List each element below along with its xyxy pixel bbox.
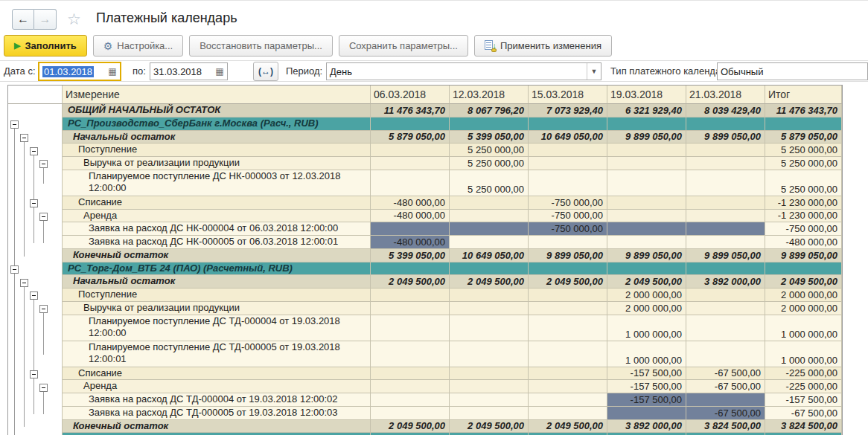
- cell[interactable]: [450, 367, 529, 381]
- cell[interactable]: [686, 157, 765, 170]
- cell[interactable]: [686, 117, 765, 131]
- cell[interactable]: [450, 380, 529, 393]
- cell[interactable]: [450, 302, 529, 315]
- tree-expander-minus[interactable]: [39, 305, 48, 313]
- calendar-type-select[interactable]: Обычный: [717, 62, 868, 80]
- cell[interactable]: -225 000,00: [765, 380, 842, 393]
- cell[interactable]: 1 000 000,00: [607, 341, 686, 367]
- cell[interactable]: 1 000 000,00: [765, 341, 842, 367]
- cell[interactable]: [607, 196, 686, 210]
- cell[interactable]: [607, 157, 686, 170]
- cell[interactable]: [529, 407, 607, 420]
- column-header-date[interactable]: 12.03.2018: [450, 86, 529, 104]
- cell[interactable]: [529, 302, 607, 315]
- cell[interactable]: [686, 341, 765, 367]
- cell[interactable]: [371, 222, 450, 236]
- cell[interactable]: [529, 144, 607, 157]
- cell[interactable]: -750 000,00: [765, 222, 842, 236]
- calendar-icon[interactable]: ▦: [212, 66, 227, 77]
- cell[interactable]: 3 824 500,00: [765, 420, 842, 434]
- row-label[interactable]: Аренда: [63, 210, 371, 223]
- cell[interactable]: [686, 210, 765, 223]
- cell[interactable]: [371, 367, 450, 381]
- cell[interactable]: [529, 380, 607, 393]
- row-label[interactable]: Выручка от реализации продукции: [63, 302, 371, 315]
- cell[interactable]: -480 000,00: [371, 210, 450, 223]
- tree-expander-minus[interactable]: [10, 265, 19, 274]
- tree-expander-minus[interactable]: [39, 213, 48, 221]
- cell[interactable]: [686, 302, 765, 315]
- cell[interactable]: 9 899 050,00: [529, 249, 607, 262]
- row-label[interactable]: Планируемое поступление ДС ТД-000004 от …: [63, 315, 371, 341]
- cell[interactable]: [450, 210, 529, 223]
- row-label[interactable]: Аренда: [63, 380, 371, 393]
- cell[interactable]: [529, 170, 607, 196]
- cell[interactable]: 8 039 429,40: [686, 104, 765, 117]
- cell[interactable]: 2 049 500,00: [765, 275, 842, 289]
- chevron-down-icon[interactable]: ▼: [587, 63, 601, 80]
- cell[interactable]: [371, 262, 450, 276]
- cell[interactable]: 6 321 929,40: [607, 104, 686, 117]
- cell[interactable]: -480 000,00: [371, 196, 450, 210]
- row-label[interactable]: Списание: [63, 196, 371, 210]
- cell[interactable]: [450, 262, 529, 276]
- cell[interactable]: [371, 170, 450, 196]
- settings-button[interactable]: ⚙ Настройка...: [93, 35, 183, 57]
- cell[interactable]: [371, 302, 450, 315]
- cell[interactable]: 2 049 500,00: [607, 275, 686, 289]
- tree-expander-minus[interactable]: [30, 370, 38, 378]
- row-label[interactable]: Поступление: [63, 144, 371, 157]
- cell[interactable]: 1 000 000,00: [607, 315, 686, 341]
- cell[interactable]: 5 250 000,00: [450, 170, 529, 196]
- calendar-icon[interactable]: ▦: [105, 66, 120, 77]
- cell[interactable]: [686, 196, 765, 210]
- cell[interactable]: 5 250 000,00: [765, 157, 842, 170]
- cell[interactable]: 9 899 050,00: [686, 249, 765, 262]
- row-label[interactable]: Конечный остаток: [63, 420, 371, 434]
- row-label[interactable]: Списание: [63, 367, 371, 381]
- cell[interactable]: [450, 117, 529, 131]
- cell[interactable]: 10 649 050,00: [450, 249, 529, 262]
- cell[interactable]: [529, 341, 607, 367]
- column-header-date[interactable]: 06.03.2018: [371, 86, 450, 104]
- row-label[interactable]: Планируемое поступление ДС ТД-000005 от …: [63, 341, 371, 367]
- favorite-star-icon[interactable]: ☆: [67, 10, 81, 28]
- period-select[interactable]: День ▼: [326, 62, 601, 80]
- row-label[interactable]: РС_Производство_СберБанк г.Москва (Расч.…: [63, 117, 371, 131]
- cell[interactable]: 2 000 000,00: [607, 302, 686, 315]
- cell[interactable]: -157 500,00: [607, 367, 686, 381]
- cell[interactable]: [765, 117, 842, 131]
- tree-expander-minus[interactable]: [10, 120, 19, 129]
- cell[interactable]: -480 000,00: [765, 236, 842, 249]
- cell[interactable]: 2 000 000,00: [607, 289, 686, 302]
- cell[interactable]: -1 230 000,00: [765, 210, 842, 223]
- save-params-button[interactable]: Сохранить параметры...: [339, 35, 468, 57]
- tree-expander-minus[interactable]: [30, 199, 38, 207]
- cell[interactable]: [686, 262, 765, 276]
- cell[interactable]: 2 049 500,00: [371, 275, 450, 289]
- cell[interactable]: [450, 222, 529, 236]
- cell[interactable]: [607, 236, 686, 249]
- cell[interactable]: 9 899 050,00: [607, 249, 686, 262]
- column-header-date[interactable]: 19.03.2018: [607, 86, 686, 104]
- cell[interactable]: -157 500,00: [607, 380, 686, 393]
- cell[interactable]: 3 824 500,00: [686, 420, 765, 434]
- cell[interactable]: -157 500,00: [765, 393, 842, 407]
- cell[interactable]: 3 892 000,00: [686, 275, 765, 289]
- cell[interactable]: [686, 236, 765, 249]
- cell[interactable]: 5 879 050,00: [371, 131, 450, 144]
- cell[interactable]: [686, 144, 765, 157]
- cell[interactable]: [450, 289, 529, 302]
- row-label[interactable]: Заявка на расход ДС ТД-000004 от 19.03.2…: [63, 393, 371, 407]
- column-header-dimension[interactable]: Измерение: [63, 86, 371, 104]
- cell[interactable]: [529, 236, 607, 249]
- cell[interactable]: 5 250 000,00: [765, 144, 842, 157]
- cell[interactable]: 5 250 000,00: [450, 144, 529, 157]
- cell[interactable]: 2 049 500,00: [371, 420, 450, 434]
- tree-expander-minus[interactable]: [30, 291, 38, 300]
- cell[interactable]: [529, 393, 607, 407]
- cell[interactable]: 3 892 000,00: [607, 420, 686, 434]
- cell[interactable]: 8 067 796,20: [450, 104, 529, 117]
- cell[interactable]: [607, 262, 686, 276]
- column-header-date[interactable]: 15.03.2018: [529, 86, 607, 104]
